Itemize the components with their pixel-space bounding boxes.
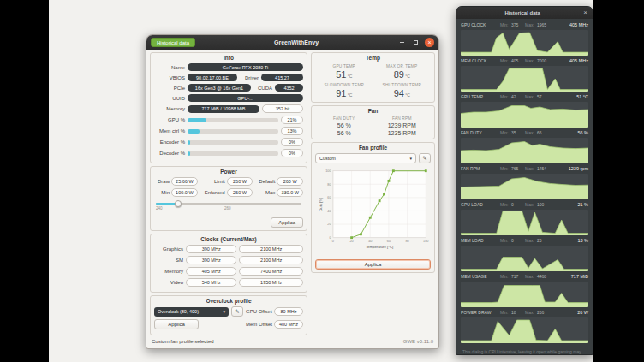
clock-row: Memory405 MHz7400 MHz xyxy=(154,267,303,276)
graph-max-label: Max: xyxy=(525,310,535,315)
power-title: Power xyxy=(154,169,303,175)
graph-max-value: 66 xyxy=(537,130,551,135)
chevron-down-icon: ▾ xyxy=(409,156,412,161)
historical-chart xyxy=(461,282,588,307)
overclock-profile-dropdown[interactable]: Overclock (80, 400) ▾ xyxy=(154,307,229,317)
pencil-icon: ✎ xyxy=(235,308,239,314)
graph-max-label: Max: xyxy=(525,274,535,279)
minimize-button[interactable] xyxy=(397,39,406,47)
graph-current-value: 1239 rpm xyxy=(569,166,588,171)
graph-max-value: 7000 xyxy=(537,58,551,63)
overclock-row-1: Overclock (80, 400) ▾ ✎ GPU Offset 80 MH… xyxy=(154,306,303,317)
historical-graph-header: FAN DUTYMin:35Max:6656 % xyxy=(461,130,588,138)
graph-current-value: 21 % xyxy=(577,202,588,207)
clock-label: SM xyxy=(154,258,183,263)
historical-chart xyxy=(461,138,588,163)
overclock-apply-button[interactable]: Applica xyxy=(154,319,199,329)
historical-graph-row: MEM CLOCKMin:405Max:7000405 MHz xyxy=(461,58,588,92)
graph-min-value: 765 xyxy=(511,166,523,171)
power-value-badge: 25.66 W xyxy=(171,177,198,186)
fan-profile-dropdown[interactable]: Custom ▾ xyxy=(315,153,416,163)
x-tick-label: 0 xyxy=(332,240,334,243)
historical-graph-header: MEM CLOCKMin:405Max:7000405 MHz xyxy=(461,58,588,66)
left-column: Info Name GeForce RTX 2080 Ti VBIOS 90.0… xyxy=(150,52,307,335)
usage-label: Encoder % xyxy=(154,139,185,145)
fan-apply-button[interactable]: Applica xyxy=(315,259,431,270)
vbios-badge: 90.02.17.00.BE xyxy=(188,74,237,81)
history-area xyxy=(461,178,588,200)
fan-curve-marker xyxy=(369,217,372,219)
power-value-badge: 260 W xyxy=(277,177,303,186)
historical-chart xyxy=(461,210,588,235)
historical-chart xyxy=(461,66,588,92)
graph-min-label: Min: xyxy=(500,58,510,63)
overclock-section: Overclock profile Overclock (80, 400) ▾ … xyxy=(150,295,307,335)
graph-min-label: Min: xyxy=(500,310,510,315)
graph-name: GPU TEMP xyxy=(461,94,498,99)
y-tick-label: 0 xyxy=(329,236,331,240)
edit-fan-profile-button[interactable]: ✎ xyxy=(419,153,431,163)
historical-body: GPU CLOCKMin:375Max:1965405 MHzMEM CLOCK… xyxy=(456,19,593,354)
fan-title: Fan xyxy=(315,108,431,114)
clock-row: SM390 MHz2100 MHz xyxy=(154,256,303,264)
clock-label: Memory xyxy=(154,269,183,274)
info-section: Info Name GeForce RTX 2080 Ti VBIOS 90.0… xyxy=(150,52,307,163)
usage-label: Decoder % xyxy=(154,151,185,156)
x-tick-label: 40 xyxy=(368,240,372,243)
temp-title: Temp xyxy=(315,55,431,61)
historical-data-button[interactable]: Historical data xyxy=(151,38,195,47)
maximize-button[interactable] xyxy=(411,39,420,47)
graph-min-label: Min: xyxy=(500,166,510,171)
close-button[interactable]: × xyxy=(425,38,434,47)
y-tick-label: 60 xyxy=(327,196,331,199)
pcie-label: PCIe xyxy=(154,86,185,91)
fan-grid: FAN DUTY56 %56 %FAN RPM1239 RPM1235 RPM xyxy=(315,116,431,136)
temp-value-unit: °C xyxy=(404,92,410,98)
fan-curve-marker xyxy=(383,193,385,196)
gwe-main-window: Historical data GreenWithEnvy × Info xyxy=(146,34,439,349)
historical-titlebar[interactable]: Historical data × xyxy=(456,7,593,19)
historical-chart-svg xyxy=(461,66,588,92)
pencil-icon: ✎ xyxy=(422,155,426,161)
graph-current-value: 13 % xyxy=(577,238,588,243)
power-rows: Draw25.66 WLimit260 WDefault260 WMin100.… xyxy=(154,177,303,197)
historical-chart xyxy=(461,102,588,128)
info-usage-list: GPU %21%Mem ctrl %13%Encoder %0%Decoder … xyxy=(154,116,303,157)
historical-chart-svg xyxy=(461,317,588,343)
driver-label: Driver xyxy=(240,75,259,80)
info-row-memory: Memory 717 MiB / 10988 MiB 352 bit xyxy=(154,104,303,113)
info-title: Info xyxy=(154,55,303,61)
power-limit-slider[interactable]: 240 260 xyxy=(156,199,301,211)
fan-profile-value: Custom xyxy=(319,156,336,161)
x-tick-label: 60 xyxy=(387,240,391,243)
main-titlebar[interactable]: Historical data GreenWithEnvy × xyxy=(146,35,438,50)
graph-min-label: Min: xyxy=(500,94,510,99)
gpu-offset-label: GPU Offset xyxy=(246,309,271,314)
power-value-badge: 100.0 W xyxy=(171,188,198,197)
historical-graph-header: POWER DRAWMin:18Max:26626 W xyxy=(461,310,588,317)
usage-value-badge: 0% xyxy=(281,138,303,146)
graph-min-value: 42 xyxy=(511,94,523,99)
historical-graph-header: GPU TEMPMin:42Max:5751 °C xyxy=(461,94,588,102)
cuda-label: CUDA xyxy=(253,86,272,91)
temp-label: MAX OP. TEMP xyxy=(373,64,432,68)
memory-bus-badge: 352 bit xyxy=(262,104,303,113)
slider-value-mark: 260 xyxy=(224,206,231,211)
historical-graph-header: MEM LOADMin:0Max:2513 % xyxy=(461,238,588,246)
y-tick-label: 80 xyxy=(327,183,331,187)
clocks-section: Clocks (Current/Max) Graphics390 MHz2100… xyxy=(150,234,307,293)
slider-handle[interactable] xyxy=(175,200,182,207)
overclock-title: Overclock profile xyxy=(154,298,303,304)
usage-progressbar xyxy=(188,151,278,156)
edit-overclock-profile-button[interactable]: ✎ xyxy=(231,306,243,317)
power-label: Enforced xyxy=(200,190,225,195)
main-window-body: Info Name GeForce RTX 2080 Ti VBIOS 90.0… xyxy=(146,50,438,348)
graph-max-value: 1965 xyxy=(537,22,551,27)
historical-close-button[interactable]: × xyxy=(583,9,587,16)
historical-graph-row: POWER DRAWMin:18Max:26626 W xyxy=(461,310,588,343)
clock-max-badge: 7400 MHz xyxy=(239,267,303,276)
maximize-icon xyxy=(414,40,418,45)
graph-min-label: Min: xyxy=(500,238,510,243)
power-apply-button[interactable]: Applica xyxy=(271,217,303,228)
historical-chart xyxy=(461,246,588,271)
